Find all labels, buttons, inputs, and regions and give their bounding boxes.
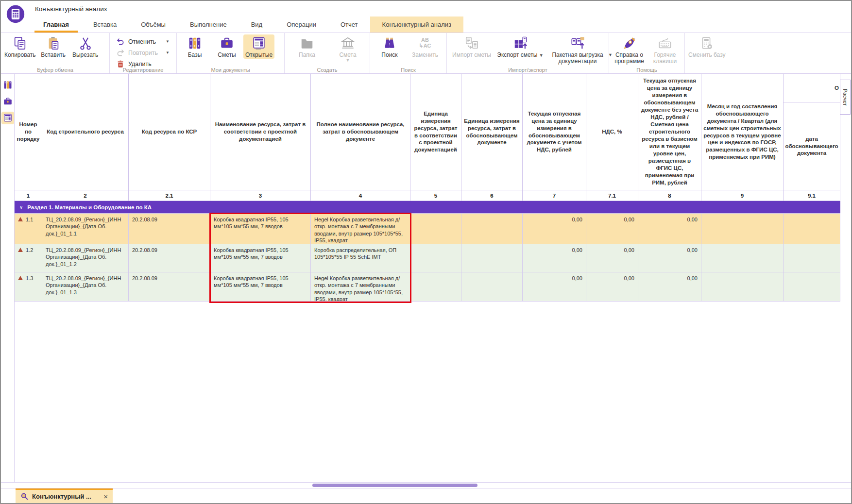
table-row-2-cell-doc-date[interactable] — [784, 244, 840, 272]
table-row-2-cell-code[interactable]: ТЦ_20.2.08.09_{Регион}_{ИНН Организации}… — [42, 244, 129, 272]
rail-bases-button[interactable] — [1, 79, 14, 91]
paste-button[interactable]: Вставить — [38, 34, 69, 59]
tab-vid[interactable]: Вид — [239, 17, 275, 33]
table-row-2-cell-name[interactable]: Коробка квадратная IP55, 105 мм*105 мм*5… — [210, 244, 311, 272]
chevron-down-icon[interactable]: ∨ — [19, 204, 23, 210]
table-row-3-cell-price-vat[interactable]: 0,00 — [523, 272, 586, 302]
table-row-3-cell-full-name[interactable]: Hegel Коробка разветвительная д/откр. мо… — [311, 272, 410, 302]
export-estimate-icon — [513, 36, 528, 50]
group-label-editing: Редактирование — [110, 67, 176, 73]
table-row-1-cell-unit-pd[interactable] — [410, 214, 461, 244]
table-row-1-cell-name[interactable]: Коробка квадратная IP55, 105 мм*105 мм*5… — [210, 214, 311, 244]
horizontal-scrollbar[interactable] — [1, 482, 851, 488]
group-help: Справка о программе Горячие клавиши Помо… — [609, 33, 685, 73]
table-row-1-cell-price-no-vat[interactable]: 0,00 — [638, 214, 701, 244]
new-estimate-button[interactable]: Смета ▼ — [328, 34, 368, 63]
redo-button[interactable]: Повторить ▼ — [116, 49, 170, 57]
col-header-6: Единица измерения ресурса, затрат в обос… — [461, 74, 523, 190]
col-header-2-1: Код ресурса по КСР — [129, 74, 210, 190]
rail-estimates-button[interactable] — [1, 95, 14, 108]
table-row-1-cell-code[interactable]: ТЦ_20.2.08.09_{Регион}_{ИНН Организации}… — [42, 214, 129, 244]
undo-label: Отменить — [128, 38, 156, 45]
table-row-3-cell-doc-date[interactable] — [784, 272, 840, 302]
search-button[interactable]: Поиск — [373, 34, 407, 59]
rail-open-documents-button[interactable] — [1, 112, 14, 124]
about-button[interactable]: Справка о программе — [612, 34, 647, 66]
estimates-button[interactable]: Сметы — [211, 34, 242, 59]
document-tab[interactable]: Конъюнктурный ... × — [16, 488, 113, 503]
close-icon[interactable]: × — [103, 492, 108, 501]
table-row-2-cell-vat[interactable]: 0,00 — [586, 244, 638, 272]
document-tab-bar: Конъюнктурный ... × — [1, 488, 851, 503]
hotkeys-button[interactable]: Горячие клавиши — [648, 34, 682, 66]
table-row-3-cell-unit-pd[interactable] — [410, 272, 461, 302]
tab-obyomy[interactable]: Объёмы — [129, 17, 178, 33]
tab-otchet[interactable]: Отчет — [328, 17, 370, 33]
open-documents-label: Открытые — [245, 52, 273, 58]
keyboard-icon — [658, 36, 672, 50]
table-row-2-cell-unit-doc[interactable] — [461, 244, 523, 272]
replace-button[interactable]: AB↳AC Заменить — [408, 34, 443, 59]
tab-operacii[interactable]: Операции — [274, 17, 328, 33]
table-row-1-cell-price-vat[interactable]: 0,00 — [523, 214, 586, 244]
rocket-icon — [622, 36, 637, 50]
table-row-2-cell-num[interactable]: 1.2 — [15, 244, 42, 272]
table-row-2-cell-price-no-vat[interactable]: 0,00 — [638, 244, 701, 272]
table-row-1-cell-doc-date[interactable] — [784, 214, 840, 244]
calculation-panel-tab[interactable]: Расчет — [840, 80, 851, 115]
tab-konyunkturnyj-analiz[interactable]: Конъюнктурный анализ — [370, 17, 463, 33]
tab-vstavka[interactable]: Вставка — [81, 17, 129, 33]
table-row-1-cell-month[interactable] — [701, 214, 784, 244]
ribbon: Копировать Вставить Вырезать Б — [1, 33, 851, 74]
batch-export-button[interactable]: Пакетная выгрузка документации▼ — [546, 34, 609, 66]
table-row-1-cell-num[interactable]: 1.1 — [15, 214, 42, 244]
export-estimate-dropdown-caret-icon[interactable]: ▼ — [539, 53, 544, 58]
import-estimate-button[interactable]: Импорт сметы — [449, 34, 494, 59]
undo-dropdown-caret-icon[interactable]: ▼ — [166, 40, 170, 44]
main-area: Номер по порядку Код строительного ресур… — [1, 74, 851, 482]
table-row-2-cell-full-name[interactable]: Коробка распределительная, ОП 105*105*55… — [311, 244, 410, 272]
export-estimate-button[interactable]: Экспорт сметы ▼ — [495, 34, 545, 59]
table-row-2-cell-unit-pd[interactable] — [410, 244, 461, 272]
about-label: Справка о программе — [613, 52, 646, 65]
table-row-3-cell-code[interactable]: ТЦ_20.2.08.09_{Регион}_{ИНН Организации}… — [42, 272, 129, 302]
group-clipboard: Копировать Вставить Вырезать Б — [1, 33, 110, 73]
tab-vypolnenie[interactable]: Выполнение — [178, 17, 239, 33]
undo-button[interactable]: Отменить ▼ — [116, 37, 170, 46]
change-database-button[interactable]: Сменить базу — [687, 34, 727, 59]
group-create: Папка Смета ▼ Создать — [285, 33, 370, 73]
redo-label: Повторить — [128, 50, 158, 56]
col-header-4: Полное наименование ресурса, затрат в об… — [311, 74, 410, 190]
group-label-search: Поиск — [370, 67, 446, 73]
table-row-3-cell-num[interactable]: 1.3 — [15, 272, 42, 302]
col-num: 4 — [311, 190, 410, 201]
col-header-9-1: О дата обосновывающего документа — [784, 74, 840, 190]
new-folder-label: Папка — [299, 52, 315, 58]
rail-briefcase-icon — [3, 97, 13, 106]
cut-button[interactable]: Вырезать — [70, 34, 101, 59]
table-row-3-cell-ksr[interactable]: 20.2.08.09 — [129, 272, 210, 302]
open-documents-button[interactable]: Открытые — [243, 34, 274, 59]
section-header-row[interactable]: ∨ Раздел 1. Материалы и Оборудование по … — [15, 201, 840, 214]
table-row-3-cell-month[interactable] — [701, 272, 784, 302]
table-row-2-cell-month[interactable] — [701, 244, 784, 272]
scrollbar-thumb[interactable] — [312, 484, 477, 487]
table-row-3-cell-price-no-vat[interactable]: 0,00 — [638, 272, 701, 302]
table-row-2-cell-ksr[interactable]: 20.2.08.09 — [129, 244, 210, 272]
table-row-1-cell-ksr[interactable]: 20.2.08.09 — [129, 214, 210, 244]
delete-label: Удалить — [128, 61, 152, 67]
tab-glavnaya[interactable]: Главная — [31, 17, 81, 33]
new-folder-button[interactable]: Папка — [287, 34, 327, 59]
table-row-1-cell-vat[interactable]: 0,00 — [586, 214, 638, 244]
window-title: Конъюнктурный анализ — [35, 5, 107, 13]
section-label: Раздел 1. Материалы и Оборудование по КА — [27, 204, 152, 210]
app-logo-icon — [6, 4, 25, 24]
table-row-1-cell-full-name[interactable]: Hegel Коробка разветвительная д/откр. мо… — [311, 214, 410, 244]
table-row-3-cell-unit-doc[interactable] — [461, 272, 523, 302]
bases-button[interactable]: Базы — [179, 34, 210, 59]
table-row-3-cell-name[interactable]: Коробка квадратная IP55, 105 мм*105 мм*5… — [210, 272, 311, 302]
copy-button[interactable]: Копировать — [3, 34, 37, 59]
table-row-2-cell-price-vat[interactable]: 0,00 — [523, 244, 586, 272]
table-row-3-cell-vat[interactable]: 0,00 — [586, 272, 638, 302]
table-row-1-cell-unit-doc[interactable] — [461, 214, 523, 244]
